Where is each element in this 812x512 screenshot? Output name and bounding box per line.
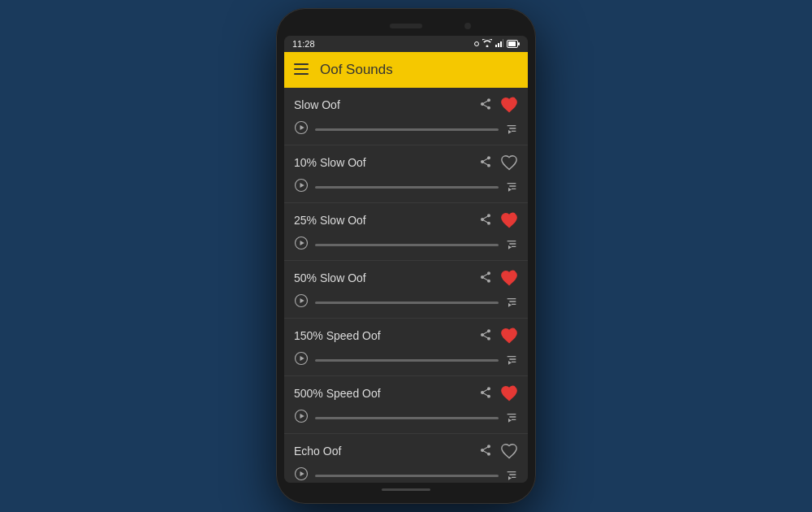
share-icon[interactable] [479,271,492,286]
sound-item-top: 25% Slow Oof [294,211,518,229]
heart-icon[interactable] [500,384,518,402]
svg-marker-24 [508,303,512,307]
sound-item: 150% Speed Oof [284,319,528,376]
sound-actions [479,442,518,460]
sound-item: 500% Speed Oof [284,376,528,434]
play-button[interactable] [294,466,309,483]
play-button[interactable] [294,236,309,254]
sound-item: 25% Slow Oof [284,203,528,261]
progress-track[interactable] [315,128,499,131]
sound-item: 50% Slow Oof [284,261,528,319]
app-bar: Oof Sounds [284,52,528,88]
svg-point-21 [510,270,515,275]
queue-icon[interactable] [505,122,518,137]
svg-point-10 [510,97,515,102]
app-title: Oof Sounds [320,62,393,78]
svg-marker-16 [508,188,512,192]
status-time: 11:28 [292,39,315,49]
sound-item: Echo Oof [284,434,528,483]
sound-actions [479,384,518,402]
sound-name: 50% Slow Oof [294,271,366,284]
svg-rect-9 [294,73,309,75]
sound-item-bottom [294,466,518,483]
play-button[interactable] [294,178,309,196]
share-icon[interactable] [479,328,492,344]
play-button[interactable] [294,293,309,311]
sound-actions [479,327,518,345]
svg-marker-20 [508,245,512,249]
sound-item-bottom [294,178,518,196]
svg-marker-32 [508,419,512,423]
home-indicator [382,488,430,491]
phone-bottom [284,483,528,496]
sound-item-bottom [294,293,518,311]
sound-actions [479,269,518,287]
heart-icon[interactable] [500,211,518,229]
svg-rect-2 [500,41,502,47]
svg-marker-13 [508,130,512,134]
sound-name: 10% Slow Oof [294,156,366,169]
queue-icon[interactable] [505,468,518,484]
queue-icon[interactable] [505,295,518,310]
share-icon[interactable] [479,444,492,459]
play-button[interactable] [294,351,309,369]
progress-track[interactable] [315,244,499,246]
heart-icon[interactable] [500,442,518,460]
svg-marker-34 [300,471,304,476]
camera [464,23,471,29]
notification-icon [474,41,479,46]
share-icon[interactable] [479,213,492,228]
queue-icon[interactable] [505,180,518,195]
svg-rect-5 [508,41,516,46]
svg-marker-23 [300,298,304,303]
sound-name: 25% Slow Oof [294,214,366,227]
sound-actions [479,154,518,171]
sound-actions [479,96,518,114]
heart-icon[interactable] [500,269,518,287]
play-button[interactable] [294,120,309,138]
sound-item-top: 50% Slow Oof [294,269,518,287]
progress-track[interactable] [315,186,499,189]
share-icon[interactable] [479,98,492,113]
speaker [390,24,422,28]
play-button[interactable] [294,409,309,427]
status-bar: 11:28 [284,36,528,52]
svg-marker-27 [300,356,304,361]
share-icon[interactable] [479,155,492,171]
svg-point-25 [510,328,515,332]
phone-screen: 11:28 [284,36,528,483]
sound-item-top: 150% Speed Oof [294,327,518,345]
share-icon[interactable] [479,386,492,401]
svg-point-29 [510,385,515,390]
svg-marker-31 [300,414,304,419]
sound-list: Slow Oof [284,88,528,483]
sound-actions [479,211,518,229]
sound-item-bottom [294,120,518,138]
sound-item-bottom [294,409,518,427]
svg-marker-12 [300,125,304,130]
progress-track[interactable] [315,475,499,477]
phone-device: 11:28 [276,8,536,504]
heart-icon[interactable] [500,327,518,345]
svg-rect-7 [294,63,309,65]
heart-icon[interactable] [500,96,518,114]
heart-icon[interactable] [500,154,518,171]
svg-rect-0 [495,45,497,47]
svg-rect-6 [518,42,520,46]
svg-marker-28 [508,361,512,365]
progress-track[interactable] [315,359,499,362]
sound-item-top: 10% Slow Oof [294,154,518,171]
progress-track[interactable] [315,417,499,419]
sound-name: 500% Speed Oof [294,387,381,400]
sound-item-top: Slow Oof [294,96,518,114]
svg-rect-8 [294,68,309,70]
sound-name: 150% Speed Oof [294,329,381,342]
queue-icon[interactable] [505,237,518,253]
queue-icon[interactable] [505,353,518,368]
sound-name: Slow Oof [294,98,340,111]
menu-icon[interactable] [294,62,309,79]
progress-track[interactable] [315,302,499,304]
sound-name: Echo Oof [294,445,341,458]
status-icons [474,39,520,49]
queue-icon[interactable] [505,410,518,426]
